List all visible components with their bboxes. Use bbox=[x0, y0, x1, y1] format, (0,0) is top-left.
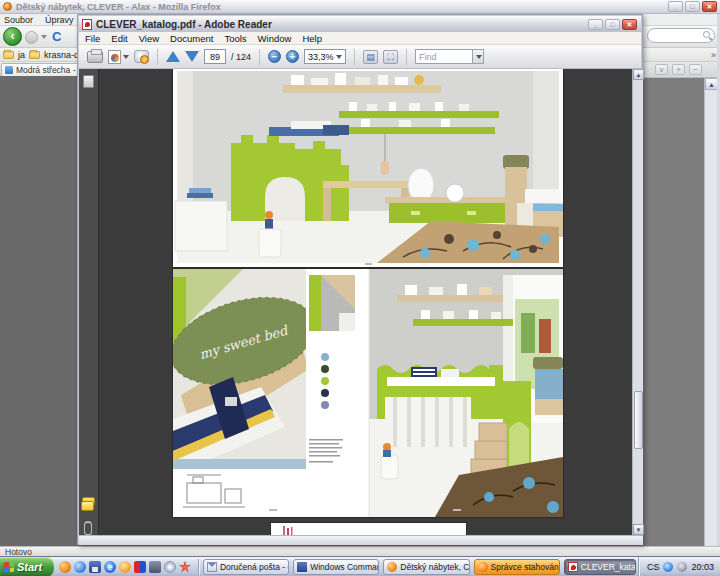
find-input[interactable] bbox=[415, 49, 473, 64]
quicklaunch-star-icon[interactable] bbox=[179, 561, 191, 573]
quicklaunch-messenger-icon[interactable] bbox=[119, 561, 131, 573]
adobe-toolbar: 89 / 124 − + 33,3% ▤ ⛶ bbox=[79, 45, 641, 69]
taskbar-item-pdf[interactable]: CLEVER_katalog.pdf ... bbox=[564, 559, 636, 575]
search-input[interactable] bbox=[647, 28, 715, 43]
zoom-in-button[interactable]: + bbox=[286, 50, 299, 63]
search-icon bbox=[703, 31, 710, 38]
adobe-scroll-down-arrow[interactable]: ▼ bbox=[633, 524, 644, 535]
start-button[interactable]: Start bbox=[0, 557, 54, 576]
adobe-titlebar[interactable]: CLEVER_katalog.pdf - Adobe Reader _ □ ✕ bbox=[79, 16, 641, 32]
adobe-menu-edit[interactable]: Edit bbox=[111, 33, 127, 44]
taskbar-item-download-manager[interactable]: Správce stahování bbox=[474, 559, 560, 575]
adobe-maximize-button[interactable]: □ bbox=[605, 19, 620, 30]
plugin-zoom-in-button[interactable]: + bbox=[672, 64, 685, 75]
adobe-pdf-icon bbox=[82, 19, 92, 30]
fullscreen-button[interactable]: ⛶ bbox=[383, 50, 398, 64]
dropdown-caret-icon bbox=[336, 55, 342, 59]
adobe-reader-window: CLEVER_katalog.pdf - Adobe Reader _ □ ✕ … bbox=[77, 14, 643, 545]
taskbar-item-label: Windows Commander... bbox=[310, 562, 379, 572]
toolbar-separator bbox=[354, 49, 355, 65]
adobe-menu-file[interactable]: File bbox=[85, 33, 100, 44]
windows-logo-icon bbox=[4, 561, 14, 572]
history-dropdown-icon[interactable] bbox=[41, 35, 47, 39]
start-label: Start bbox=[17, 561, 42, 573]
firefox-titlebar[interactable]: Dětský nábytek, CLEVER - Alax - Mozilla … bbox=[0, 0, 720, 14]
toolbar-separator bbox=[157, 49, 158, 65]
adobe-menubar: File Edit View Document Tools Window Hel… bbox=[79, 32, 641, 45]
previous-page-button[interactable] bbox=[166, 51, 180, 62]
attachments-panel-icon[interactable] bbox=[84, 521, 92, 535]
adobe-close-button[interactable]: ✕ bbox=[622, 19, 637, 30]
pdf-page-3-top-edge bbox=[271, 523, 466, 535]
zoom-out-button[interactable]: − bbox=[268, 50, 281, 63]
catalog-room-photo-2: my sweet bed bbox=[173, 269, 563, 517]
taskbar-separator bbox=[198, 559, 199, 575]
bookmark-item-ja[interactable]: ja bbox=[18, 50, 25, 60]
comments-panel-icon[interactable] bbox=[82, 497, 95, 506]
collaborate-icon bbox=[134, 50, 149, 63]
quicklaunch-cd-icon[interactable] bbox=[164, 561, 176, 573]
quicklaunch-phone-icon[interactable] bbox=[149, 561, 161, 573]
adobe-menu-view[interactable]: View bbox=[139, 33, 159, 44]
adobe-menu-window[interactable]: Window bbox=[258, 33, 292, 44]
firefox-scrollbar[interactable]: ▲ bbox=[704, 78, 717, 546]
plugin-zoom-out-button[interactable]: − bbox=[689, 64, 702, 75]
firefox-menu-file[interactable]: Soubor bbox=[4, 15, 33, 25]
find-options-button[interactable] bbox=[473, 49, 484, 64]
collaborate-button[interactable] bbox=[134, 48, 149, 66]
adobe-navigation-pane bbox=[79, 69, 99, 535]
clock[interactable]: 20:03 bbox=[691, 562, 714, 572]
firefox-menu-edit[interactable]: Úpravy bbox=[45, 15, 74, 25]
firefox-window-title: Dětský nábytek, CLEVER - Alax - Mozilla … bbox=[16, 2, 221, 12]
taskbar-item-commander[interactable]: Windows Commander... bbox=[293, 559, 379, 575]
plugin-save-button[interactable]: v bbox=[655, 64, 668, 75]
adobe-scroll-up-arrow[interactable]: ▲ bbox=[633, 69, 644, 80]
tray-volume-icon[interactable] bbox=[677, 562, 687, 572]
dropdown-caret-icon bbox=[476, 55, 482, 59]
language-indicator[interactable]: CS bbox=[647, 562, 660, 572]
adobe-menu-help[interactable]: Help bbox=[302, 33, 322, 44]
pdf-canvas[interactable]: my sweet bed bbox=[100, 69, 632, 535]
firefox-pdf-plugin-toolbar: v + − bbox=[643, 62, 720, 78]
quicklaunch-save-icon[interactable] bbox=[89, 561, 101, 573]
mail-icon bbox=[207, 562, 217, 572]
zoom-level-dropdown[interactable]: 33,3% bbox=[304, 49, 346, 64]
firefox-icon bbox=[387, 562, 397, 572]
page-number-input[interactable]: 89 bbox=[204, 49, 226, 64]
quicklaunch-firefox-icon[interactable] bbox=[59, 561, 71, 573]
quicklaunch-ie-icon[interactable]: e bbox=[104, 561, 116, 573]
taskbar-item-label: Správce stahování bbox=[491, 562, 560, 572]
adobe-horizontal-scrollbar[interactable] bbox=[79, 535, 643, 545]
scrolling-mode-button[interactable]: ▤ bbox=[363, 50, 378, 64]
toolbar-separator bbox=[259, 49, 260, 65]
floppy-icon bbox=[297, 562, 307, 572]
adobe-minimize-button[interactable]: _ bbox=[588, 19, 603, 30]
adobe-vertical-scrollbar[interactable]: ▲ ▼ bbox=[632, 69, 643, 535]
forward-button[interactable] bbox=[25, 31, 38, 44]
quicklaunch-browser-icon[interactable] bbox=[74, 561, 86, 573]
quick-launch-bar: e bbox=[54, 561, 196, 573]
quicklaunch-flag-icon[interactable] bbox=[134, 561, 146, 573]
print-button[interactable] bbox=[87, 48, 103, 66]
tray-network-icon[interactable] bbox=[663, 562, 673, 572]
next-page-button[interactable] bbox=[185, 51, 199, 62]
zoom-level-value: 33,3% bbox=[308, 52, 334, 62]
bookmarks-overflow-chevron[interactable]: » bbox=[711, 50, 716, 60]
catalog-room-photo-1 bbox=[173, 69, 563, 267]
taskbar-item-firefox[interactable]: Dětský nábytek, CLE... bbox=[383, 559, 469, 575]
taskbar-item-outlook[interactable]: Doručená pošta - Out... bbox=[203, 559, 289, 575]
create-pdf-button[interactable] bbox=[108, 48, 129, 66]
adobe-scrollbar-thumb[interactable] bbox=[634, 391, 643, 449]
taskbar: Start e Doručená pošta - Out... Windows … bbox=[0, 556, 720, 576]
pages-panel-icon[interactable] bbox=[83, 75, 94, 88]
firefox-maximize-button[interactable]: □ bbox=[685, 1, 700, 12]
reload-button[interactable]: C bbox=[52, 29, 67, 44]
adobe-menu-document[interactable]: Document bbox=[170, 33, 213, 44]
adobe-menu-tools[interactable]: Tools bbox=[224, 33, 246, 44]
firefox-minimize-button[interactable]: _ bbox=[668, 1, 683, 12]
back-button[interactable]: ‹ bbox=[3, 27, 22, 46]
catalog-page-3-sliver bbox=[271, 523, 466, 535]
firefox-close-button[interactable]: ✕ bbox=[702, 1, 717, 12]
bookmark-folder-icon bbox=[3, 51, 14, 59]
firefox-app-icon bbox=[3, 2, 12, 11]
